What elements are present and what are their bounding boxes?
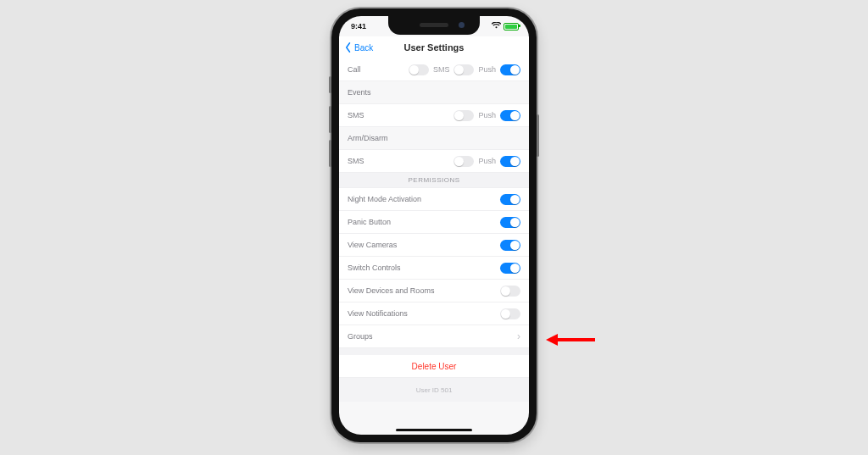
notch — [388, 16, 480, 35]
settings-list[interactable]: Call SMS Push Events SMS Push — [339, 58, 529, 435]
events-push-label: Push — [478, 111, 496, 119]
armdisarm-push-toggle[interactable] — [500, 156, 520, 167]
home-indicator[interactable] — [396, 429, 472, 431]
spacer — [339, 348, 529, 355]
delete-user-button[interactable]: Delete User — [339, 355, 529, 378]
armdisarm-header: Arm/Disarm — [348, 134, 388, 142]
alarms-sms-toggle[interactable] — [453, 64, 474, 75]
view-notifications-label: View Notifications — [348, 309, 408, 318]
alarms-sms-label: SMS — [433, 65, 450, 74]
view-devices-rooms-row: View Devices and Rooms — [339, 280, 529, 302]
events-header-row: Events — [339, 81, 529, 104]
alarms-call-toggle[interactable] — [409, 64, 429, 75]
night-mode-toggle[interactable] — [500, 194, 520, 205]
alarms-push-label: Push — [478, 65, 496, 74]
volume-down-button — [329, 140, 331, 167]
switch-controls-label: Switch Controls — [348, 264, 401, 272]
alarms-row: Call SMS Push — [339, 58, 529, 81]
groups-label: Groups — [348, 332, 373, 341]
svg-marker-1 — [546, 334, 558, 346]
panic-button-row: Panic Button — [339, 211, 529, 234]
events-sms-label: SMS — [348, 111, 364, 119]
status-right — [492, 22, 519, 31]
power-button — [537, 114, 539, 157]
night-mode-row: Night Mode Activation — [339, 188, 529, 211]
armdisarm-sms-label: SMS — [348, 157, 364, 165]
events-row: SMS Push — [339, 104, 529, 127]
night-mode-label: Night Mode Activation — [348, 195, 421, 203]
groups-row[interactable]: Groups › — [339, 325, 529, 348]
panic-button-label: Panic Button — [348, 218, 391, 226]
view-notifications-toggle[interactable] — [500, 308, 520, 319]
armdisarm-header-row: Arm/Disarm — [339, 127, 529, 150]
front-camera — [459, 22, 465, 28]
page-title: User Settings — [339, 36, 529, 58]
switch-controls-toggle[interactable] — [500, 263, 520, 274]
wifi-icon — [492, 22, 501, 31]
switch-controls-row: Switch Controls — [339, 257, 529, 280]
nav-bar: Back User Settings — [339, 36, 529, 59]
speaker-grille — [420, 23, 448, 27]
armdisarm-row: SMS Push — [339, 150, 529, 173]
battery-icon — [504, 23, 519, 31]
events-sms-toggle[interactable] — [453, 110, 474, 121]
view-notifications-row: View Notifications — [339, 302, 529, 325]
silence-switch — [329, 76, 331, 93]
events-header: Events — [348, 88, 371, 97]
view-cameras-row: View Cameras — [339, 234, 529, 257]
phone-frame: 9:41 Back User Settings Call — [331, 8, 537, 442]
armdisarm-sms-toggle[interactable] — [453, 156, 474, 167]
delete-user-label: Delete User — [412, 362, 457, 371]
view-devices-rooms-toggle[interactable] — [500, 286, 520, 297]
view-devices-rooms-label: View Devices and Rooms — [348, 286, 434, 295]
alarms-push-toggle[interactable] — [500, 64, 520, 75]
view-cameras-toggle[interactable] — [500, 240, 520, 251]
armdisarm-push-label: Push — [478, 157, 496, 165]
events-push-toggle[interactable] — [500, 110, 520, 121]
stage: 9:41 Back User Settings Call — [0, 0, 868, 455]
status-time: 9:41 — [351, 22, 366, 31]
callout-arrow-icon — [546, 331, 597, 348]
user-id-footer: User ID 501 — [339, 378, 529, 402]
user-id-label: User ID 501 — [416, 386, 453, 394]
alarms-call-label: Call — [348, 65, 361, 74]
phone-screen: 9:41 Back User Settings Call — [339, 16, 529, 435]
volume-up-button — [329, 106, 331, 133]
permissions-section-header: PERMISSIONS — [339, 173, 529, 188]
panic-button-toggle[interactable] — [500, 217, 520, 228]
chevron-right-icon: › — [517, 330, 520, 342]
view-cameras-label: View Cameras — [348, 241, 397, 249]
